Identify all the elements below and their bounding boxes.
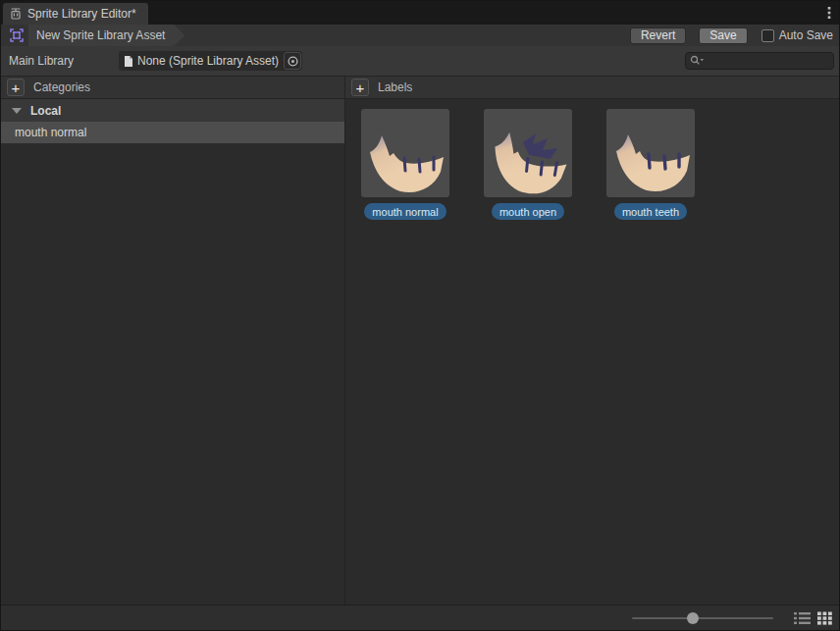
main-library-object-field[interactable]: None (Sprite Library Asset) bbox=[119, 51, 302, 71]
category-item-mouth-normal[interactable]: mouth normal bbox=[1, 122, 344, 143]
kebab-menu-icon[interactable] bbox=[826, 5, 832, 21]
zoom-slider[interactable] bbox=[632, 611, 773, 625]
add-label-button[interactable]: + bbox=[351, 79, 369, 96]
main-library-row: Main Library None (Sprite Library Asset) bbox=[1, 46, 839, 76]
foldout-local-label: Local bbox=[30, 104, 61, 118]
tab-sprite-library-editor[interactable]: Sprite Library Editor* bbox=[3, 3, 148, 25]
object-picker-icon[interactable] bbox=[284, 52, 301, 70]
auto-save-label: Auto Save bbox=[779, 28, 833, 42]
sprite-library-asset-icon bbox=[9, 27, 25, 43]
sprite-thumbnail-mouth-teeth bbox=[606, 109, 695, 197]
zoom-slider-thumb[interactable] bbox=[687, 612, 699, 624]
categories-title: Categories bbox=[33, 80, 90, 94]
label-cell-mouth-normal[interactable]: mouth normal bbox=[361, 109, 449, 220]
label-pill: mouth open bbox=[492, 203, 564, 220]
list-view-icon[interactable] bbox=[794, 611, 811, 625]
labels-panel: + Labels mouth norm bbox=[345, 76, 839, 605]
label-pill: mouth normal bbox=[364, 203, 446, 220]
main-library-value: None (Sprite Library Asset) bbox=[137, 54, 284, 68]
bottom-bar bbox=[1, 605, 839, 630]
grid-view-icon[interactable] bbox=[817, 611, 832, 625]
revert-button[interactable]: Revert bbox=[630, 27, 686, 44]
chevron-down-icon bbox=[12, 108, 22, 114]
breadcrumb[interactable]: New Sprite Library Asset bbox=[28, 25, 184, 46]
toolbar: New Sprite Library Asset Revert Save Aut… bbox=[1, 25, 839, 46]
category-item-label: mouth normal bbox=[15, 126, 86, 139]
categories-list: Local mouth normal bbox=[1, 99, 344, 605]
tab-bar: Sprite Library Editor* bbox=[1, 1, 839, 25]
label-pill: mouth teeth bbox=[614, 203, 687, 220]
labels-grid-area: mouth normal bbox=[345, 99, 839, 605]
categories-panel: + Categories Local mouth normal bbox=[1, 76, 345, 605]
search-icon bbox=[690, 55, 705, 67]
tab-title: Sprite Library Editor* bbox=[27, 7, 136, 21]
foldout-local[interactable]: Local bbox=[1, 99, 344, 122]
auto-save-checkbox[interactable] bbox=[761, 29, 774, 42]
label-cell-mouth-open[interactable]: mouth open bbox=[484, 109, 572, 220]
breadcrumb-label: New Sprite Library Asset bbox=[36, 28, 165, 42]
categories-header: + Categories bbox=[1, 76, 344, 99]
search-field[interactable] bbox=[685, 52, 834, 70]
search-input[interactable] bbox=[705, 54, 829, 68]
add-category-button[interactable]: + bbox=[7, 79, 25, 96]
zoom-slider-track[interactable] bbox=[632, 617, 773, 619]
sprite-thumbnail-mouth-normal bbox=[361, 109, 449, 197]
sprite-thumbnail-mouth-open bbox=[484, 109, 572, 197]
panels: + Categories Local mouth normal + Labels bbox=[1, 76, 839, 605]
labels-header: + Labels bbox=[345, 76, 839, 99]
labels-title: Labels bbox=[378, 80, 412, 94]
main-library-label: Main Library bbox=[9, 54, 119, 68]
file-icon bbox=[124, 55, 133, 68]
sprite-library-editor-icon bbox=[9, 7, 23, 21]
sprite-library-editor-window: Sprite Library Editor* bbox=[0, 0, 840, 631]
save-button[interactable]: Save bbox=[699, 27, 747, 44]
label-cell-mouth-teeth[interactable]: mouth teeth bbox=[606, 109, 695, 220]
